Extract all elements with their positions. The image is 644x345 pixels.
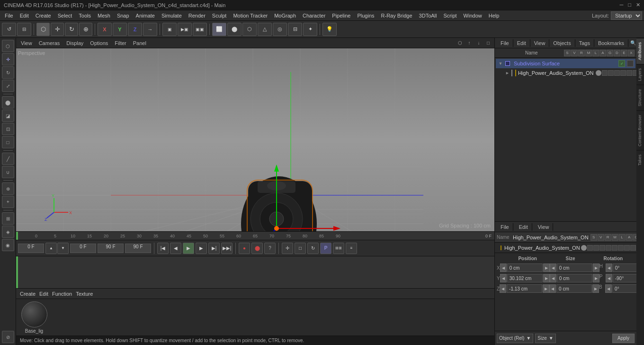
pos-z-down-arrow[interactable]: ◀ xyxy=(500,284,506,293)
attr-icon-6[interactable] xyxy=(618,245,624,251)
z-axis-button[interactable]: Z xyxy=(128,23,142,36)
mat-edit-menu[interactable]: Edit xyxy=(39,291,48,297)
objects-edit-menu[interactable]: Edit xyxy=(513,39,530,47)
tc-rotate-btn[interactable]: ↻ xyxy=(307,243,319,254)
keyframe-btn[interactable]: ▣▣ xyxy=(193,23,207,36)
menu-script[interactable]: Script xyxy=(440,12,459,19)
undo-button[interactable]: ↺ xyxy=(2,23,16,36)
rv-tab-takes[interactable]: Takes xyxy=(636,150,644,170)
tc-keys-btn[interactable]: ⊞⊞ xyxy=(333,243,344,254)
sidebar-point-btn[interactable]: ⊡ xyxy=(2,123,14,135)
menu-rray[interactable]: R-Ray Bridge xyxy=(378,12,415,19)
plane-btn[interactable]: ⊟ xyxy=(288,23,302,36)
vp-menu-options[interactable]: Options xyxy=(87,40,111,46)
object-rel-dropdown[interactable]: Object (Rel) ▼ xyxy=(497,334,533,343)
pos-x-up-arrow[interactable]: ▶ xyxy=(543,263,550,272)
frame-up-btn[interactable]: ▲ xyxy=(45,243,57,254)
tc-p-btn[interactable]: P xyxy=(320,243,331,254)
objects-view-menu[interactable]: View xyxy=(530,39,550,47)
timeline-btn[interactable]: ▣ xyxy=(162,23,177,36)
pos-x-value[interactable]: 0 cm xyxy=(507,263,543,272)
menu-motion-tracker[interactable]: Motion Tracker xyxy=(230,12,270,19)
loop-btn[interactable]: ▶▶| xyxy=(221,243,233,254)
pos-z-value[interactable]: -1.13 cm xyxy=(507,284,542,293)
frame-playback-end[interactable]: 90 F xyxy=(125,244,151,253)
rot-b-down-arrow[interactable]: ◀ xyxy=(605,284,612,293)
mat-function-menu[interactable]: Function xyxy=(52,291,72,297)
attr-icon-7[interactable] xyxy=(624,245,630,251)
sidebar-magnet-btn[interactable]: ∪ xyxy=(2,166,14,178)
menu-plugins[interactable]: Plugins xyxy=(354,12,377,19)
material-ball-base[interactable] xyxy=(21,301,47,327)
viewport[interactable]: Perspective Grid Spacing : 100 cm X Y Z xyxy=(16,48,494,231)
mat-texture-menu[interactable]: Texture xyxy=(76,291,93,297)
texture-mode-button[interactable]: ↻ xyxy=(65,23,78,36)
layout-select[interactable]: Startup xyxy=(611,11,642,20)
sidebar-select-btn[interactable]: ⬡ xyxy=(2,40,14,52)
y-axis-button[interactable]: Y xyxy=(113,23,127,36)
sphere-btn[interactable]: ⬤ xyxy=(227,23,242,36)
attr-icon-2[interactable] xyxy=(593,245,599,251)
menu-create[interactable]: Create xyxy=(33,12,54,19)
menu-character[interactable]: Character xyxy=(300,12,328,19)
redo-button[interactable]: ⊟ xyxy=(17,23,31,36)
sidebar-measure-btn[interactable]: ⌖ xyxy=(2,196,14,208)
sidebar-layer-btn[interactable]: ⊞ xyxy=(2,212,14,225)
tree-icon-6[interactable] xyxy=(633,70,636,76)
sidebar-snap-btn[interactable]: ⊕ xyxy=(2,182,14,195)
rv-tab-layers[interactable]: Layers xyxy=(636,64,644,85)
sidebar-vis-btn[interactable]: ◈ xyxy=(2,226,14,238)
sidebar-anim-btn[interactable]: ⊘ xyxy=(2,331,14,343)
vp-icon-1[interactable]: ⬡ xyxy=(456,39,464,47)
attr-vis-dot[interactable] xyxy=(581,245,587,251)
sidebar-knife-btn[interactable]: ╱ xyxy=(2,153,14,165)
menu-mesh[interactable]: Mesh xyxy=(95,12,113,19)
material-item-base[interactable]: Base_lig xyxy=(20,301,48,334)
vp-menu-panel[interactable]: Panel xyxy=(130,40,149,46)
tc-dope-btn[interactable]: ≡ xyxy=(346,243,357,254)
menu-animate[interactable]: Animate xyxy=(133,12,158,19)
pos-y-up-arrow[interactable]: ▶ xyxy=(543,274,550,282)
menu-select[interactable]: Select xyxy=(55,12,75,19)
mat-create-menu[interactable]: Create xyxy=(20,291,36,297)
size-dropdown[interactable]: Size ▼ xyxy=(535,334,555,343)
vp-menu-display[interactable]: Display xyxy=(63,40,86,46)
pos-x-down-arrow[interactable]: ◀ xyxy=(500,263,507,272)
add-button[interactable]: ⊕ xyxy=(79,23,92,36)
vp-menu-filter[interactable]: Filter xyxy=(112,40,129,46)
animation-btn[interactable]: ▶▣ xyxy=(178,23,192,36)
objects-tags-menu[interactable]: Tags xyxy=(575,39,594,47)
frame-start-input[interactable]: 0 F xyxy=(70,244,96,253)
objects-file-menu[interactable]: File xyxy=(497,39,513,47)
frame-down-btn[interactable]: ▼ xyxy=(57,243,69,254)
menu-window[interactable]: Window xyxy=(461,12,485,19)
rot-h-down-arrow[interactable]: ◀ xyxy=(606,263,612,272)
size-x-up-arrow[interactable]: ▶ xyxy=(593,263,599,272)
tree-check-sub[interactable]: ✓ xyxy=(618,60,625,67)
x-axis-button[interactable]: X xyxy=(98,23,112,36)
tree-icon-2[interactable] xyxy=(608,70,614,76)
sidebar-edge-btn[interactable]: ◪ xyxy=(2,109,14,122)
size-y-down-arrow[interactable]: ◀ xyxy=(550,274,556,282)
model-mode-button[interactable]: ⬡ xyxy=(36,23,50,36)
play-btn[interactable]: ▶ xyxy=(183,243,194,254)
menu-mograph[interactable]: MoGraph xyxy=(271,12,299,19)
menu-tools[interactable]: Tools xyxy=(76,12,94,19)
menu-edit[interactable]: Edit xyxy=(17,12,32,19)
attr-icon-5[interactable] xyxy=(612,245,617,251)
tree-item-audio[interactable]: ► High_Power_Audio_System_ON xyxy=(496,68,635,78)
sidebar-mat-btn[interactable]: ◉ xyxy=(2,239,14,251)
tree-expand-audio[interactable]: ► xyxy=(505,70,510,76)
size-y-value[interactable]: 0 cm xyxy=(557,274,592,282)
attr-icon-8[interactable] xyxy=(630,245,636,251)
attr-object-row[interactable]: High_Power_Audio_System_ON xyxy=(495,243,636,253)
attr-edit-menu[interactable]: Edit xyxy=(515,223,532,231)
rv-tab-attributes[interactable]: Attributes xyxy=(636,38,644,64)
tree-expand-sub[interactable]: ▼ xyxy=(498,61,503,66)
arrow-button[interactable]: → xyxy=(143,23,157,36)
pos-y-down-arrow[interactable]: ◀ xyxy=(500,274,507,282)
prev-frame-btn[interactable]: ◀ xyxy=(170,243,181,254)
light-btn[interactable]: 💡 xyxy=(322,23,337,36)
torus-btn[interactable]: ◎ xyxy=(273,23,287,36)
tree-icon-1[interactable] xyxy=(602,70,608,76)
